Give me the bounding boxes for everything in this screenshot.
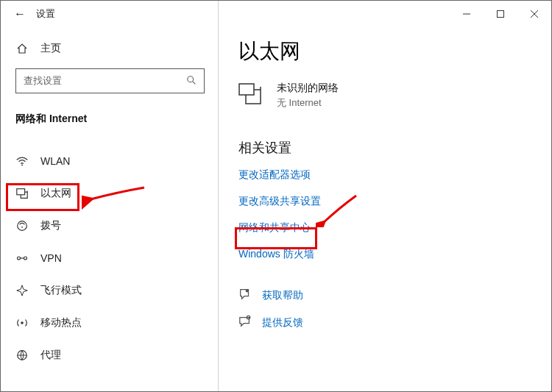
sidebar-item-label: WLAN <box>40 155 70 167</box>
get-help-link[interactable]: 获取帮助 <box>238 288 551 303</box>
sidebar-item-label: 以太网 <box>40 187 71 200</box>
svg-rect-3 <box>17 189 25 195</box>
sidebar-item-hotspot[interactable]: 移动热点 <box>1 307 218 339</box>
sidebar-item-wlan[interactable]: WLAN <box>1 145 218 177</box>
dialup-icon <box>15 219 29 232</box>
svg-point-1 <box>188 76 194 82</box>
feedback-icon <box>238 315 252 330</box>
svg-point-6 <box>18 257 21 260</box>
sidebar-item-dialup[interactable]: 拨号 <box>1 210 218 242</box>
ethernet-status-icon <box>238 83 263 108</box>
sidebar-item-vpn[interactable]: VPN <box>1 242 218 274</box>
sidebar-item-label: 移动热点 <box>40 316 82 329</box>
sidebar-item-label: 飞行模式 <box>40 284 82 297</box>
svg-rect-10 <box>239 84 254 95</box>
wifi-icon <box>15 154 29 168</box>
sidebar-item-ethernet[interactable]: 以太网 <box>1 177 218 210</box>
sidebar-item-label: 拨号 <box>40 219 61 232</box>
svg-point-11 <box>246 290 249 293</box>
ethernet-icon <box>15 187 29 200</box>
sidebar-item-proxy[interactable]: 代理 <box>1 339 218 371</box>
search-icon <box>186 75 197 88</box>
link-network-sharing-center[interactable]: 网络和共享中心 <box>238 221 551 235</box>
svg-point-5 <box>21 227 23 228</box>
airplane-icon <box>15 284 29 297</box>
feedback-label: 提供反馈 <box>262 316 303 329</box>
home-button[interactable]: 主页 <box>1 27 218 63</box>
get-help-label: 获取帮助 <box>262 289 303 302</box>
svg-rect-0 <box>498 11 504 18</box>
search-placeholder: 查找设置 <box>24 74 62 88</box>
svg-point-8 <box>21 321 24 324</box>
svg-point-2 <box>21 165 23 166</box>
svg-point-4 <box>18 221 27 231</box>
home-label: 主页 <box>40 42 61 55</box>
sidebar-section-title: 网络和 Internet <box>1 93 218 132</box>
close-button[interactable] <box>517 1 551 27</box>
status-line1: 未识别的网络 <box>277 82 339 95</box>
sidebar-item-label: 代理 <box>40 349 61 362</box>
page-title: 以太网 <box>238 38 551 65</box>
link-adapter-options[interactable]: 更改适配器选项 <box>238 168 551 182</box>
sidebar-item-airplane[interactable]: 飞行模式 <box>1 274 218 307</box>
feedback-link[interactable]: 提供反馈 <box>238 315 551 330</box>
minimize-button[interactable] <box>450 1 484 27</box>
help-icon <box>238 288 252 303</box>
maximize-button[interactable] <box>484 1 517 27</box>
app-title: 设置 <box>36 7 55 21</box>
svg-point-7 <box>24 257 27 260</box>
proxy-icon <box>15 349 29 362</box>
hotspot-icon <box>15 316 29 329</box>
search-input[interactable]: 查找设置 <box>15 68 205 93</box>
home-icon <box>15 43 29 54</box>
vpn-icon <box>15 252 29 265</box>
link-advanced-sharing[interactable]: 更改高级共享设置 <box>238 195 551 208</box>
sidebar-item-label: VPN <box>40 252 62 264</box>
status-line2: 无 Internet <box>277 96 339 110</box>
back-icon[interactable]: ← <box>14 8 26 20</box>
link-windows-firewall[interactable]: Windows 防火墙 <box>238 248 551 261</box>
related-settings-header: 相关设置 <box>238 139 551 157</box>
